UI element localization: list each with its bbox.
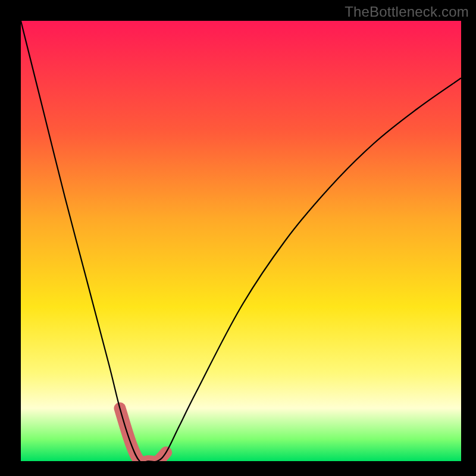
- highlight-valley-path: [120, 408, 167, 461]
- bottleneck-curve-path: [21, 21, 461, 461]
- plot-area: [21, 21, 461, 461]
- curve-layer: [21, 21, 461, 461]
- chart-frame: TheBottleneck.com: [0, 0, 476, 476]
- watermark-text: TheBottleneck.com: [345, 4, 469, 20]
